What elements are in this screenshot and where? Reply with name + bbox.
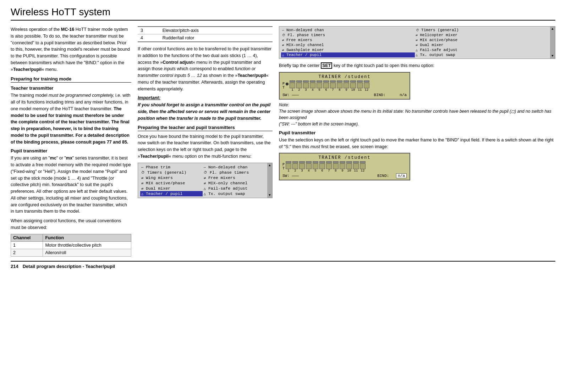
channel-bars-2: 1 2 3: [286, 161, 366, 173]
menu-cell: ⇄ Free mixers: [203, 175, 265, 180]
prep-text: Once you have bound the training model t…: [138, 133, 273, 160]
table-row: 2 Aileron/roll: [11, 249, 131, 256]
scroll-arrow-up[interactable]: ▲: [269, 164, 270, 167]
ch-bar-group: 8: [337, 80, 342, 92]
col-header-function: Function: [43, 234, 131, 241]
trainer-screen-1: TRAINER /student P T 1: [279, 72, 410, 100]
ch-num: 5: [318, 88, 320, 92]
ch-num: 12: [365, 88, 369, 92]
ch-bar-p: [292, 161, 298, 163]
ch-bar-t: [330, 83, 336, 88]
scrollbar: ▲ ▼: [267, 163, 272, 198]
trainer-screen-2: TRAINER /student P T 1: [279, 153, 410, 180]
ch-bar-p: [353, 161, 359, 163]
ch-bar-p: [357, 80, 363, 82]
ch-bar-group: 3: [303, 80, 309, 92]
table-row: 1 Motor throttle/collective pitch: [11, 241, 131, 249]
ch-bar-p: [299, 161, 305, 163]
menu-row: ⇄ Wing mixers ⇄ Free mixers: [140, 175, 265, 180]
channel-num: 1: [11, 241, 43, 249]
ch-bar-p: [330, 80, 336, 82]
row-num: 3: [138, 27, 160, 34]
ch-num: 11: [358, 88, 362, 92]
menu-cell: ⇄ MIX active/phase: [140, 180, 203, 186]
menu-right-table: ↔ Non-delayed chan ⏱ Timers (general) ⏱ …: [281, 28, 548, 57]
menu-table: ↔ Phase trim ↔ Non-delayed chan ⏱ Timers…: [140, 164, 265, 196]
ch-bar-p: [346, 161, 352, 163]
ch-bar-group: 1: [290, 80, 295, 92]
ch-num: 9: [341, 169, 343, 173]
footer-text: Detail program description - Teacher/pup…: [23, 264, 115, 269]
important-text: If you should forget to assign a transmi…: [138, 102, 273, 122]
ch-num: 2: [298, 88, 300, 92]
pt-labels-2: P T: [282, 161, 285, 170]
menu-cell: ⇄ Dual mixer: [140, 186, 203, 191]
ch-bar-p: [360, 161, 366, 163]
row-func: Rudder/tail rotor: [160, 34, 273, 42]
scroll-arrow-up-right[interactable]: ▲: [551, 27, 553, 31]
trainer-sw-row-1: SW: ——— BIND: n/a: [282, 93, 407, 97]
ch-bar-p: [306, 161, 312, 163]
ch-bar-t: [292, 163, 298, 169]
ch-bar-t: [303, 83, 309, 88]
menu-box-middle: ↔ Phase trim ↔ Non-delayed chan ⏱ Timers…: [138, 163, 273, 198]
ch-bar-p: [303, 80, 309, 82]
ch-bar-group: 10: [346, 161, 352, 173]
col-header-channel: Channel: [11, 234, 43, 241]
important-heading: Important:: [138, 95, 273, 100]
ch-num: 1: [287, 169, 289, 173]
ch-num: 8: [335, 169, 336, 173]
ch-num: 10: [347, 169, 351, 173]
menu-row: ↔ Phase trim ↔ Non-delayed chan: [140, 164, 265, 170]
ch-bar-t: [344, 83, 349, 88]
ch-num: 7: [332, 88, 334, 92]
ch-bar-group: 2: [292, 161, 298, 173]
ch-bar-group: 11: [357, 80, 363, 92]
ch-bar-group: 10: [350, 80, 356, 92]
ch-bar-group: 7: [326, 161, 332, 173]
ch-bar-t: [346, 163, 352, 169]
menu-cell: ⏱ Timers (general): [415, 28, 549, 33]
channel-bars-1: 1 2 3: [286, 80, 369, 92]
channel-func: Motor throttle/collective pitch: [43, 241, 131, 249]
ch-bar-t: [296, 83, 302, 88]
ch-num: 12: [361, 169, 365, 173]
menu-row: ⇄ MIX-only channel ⇄ Dual mixer: [281, 43, 548, 47]
ch-bar-t: [313, 163, 318, 169]
ch-bar-group: 4: [306, 161, 312, 173]
ch-bar-p: [313, 161, 318, 163]
ch-bar-t: [333, 163, 339, 169]
pupil2-heading: Pupil transmitter: [279, 130, 555, 135]
ch-bar-t: [337, 83, 342, 88]
scroll-arrow-down[interactable]: ▼: [269, 194, 270, 197]
channel-table: Channel Function 1 Motor throttle/collec…: [11, 234, 131, 257]
menu-cell: △ Fail-safe adjust: [415, 47, 549, 52]
table-row: 4 Rudder/tail rotor: [138, 34, 273, 42]
ch-bar-p: [286, 161, 291, 163]
p-label-2: P: [282, 163, 285, 167]
footer-page-num: 214: [11, 264, 18, 269]
bind-area-2: BIND: n/a: [377, 174, 407, 178]
ch-num: 8: [339, 88, 340, 92]
menu-cell: ↔ Phase trim: [140, 164, 203, 170]
ch-bar-group: 9: [344, 80, 349, 92]
ch-bar-group: 4: [310, 80, 315, 92]
ch-num: 6: [325, 88, 327, 92]
row-func: Elevator/pitch-axis: [160, 27, 273, 34]
trainer-channels-area-1: P T 1: [282, 80, 407, 92]
ch-bar-p: [319, 161, 325, 163]
menu-cell-highlighted: △ Teacher / pupil: [140, 191, 203, 196]
menu-cell-highlighted: △ Teacher / pupil: [281, 52, 415, 57]
menu-cell: ⇄ MIX-only channel: [281, 43, 415, 47]
ch-bar-group: 5: [313, 161, 318, 173]
ch-bar-t: [290, 83, 295, 88]
prep-heading: Preparing the teacher and pupil transmit…: [138, 125, 273, 131]
menu-cell: ⏱ Timers (general): [140, 170, 203, 175]
pupil2-text: Use the selection keys on the left or ri…: [279, 137, 555, 150]
menu-box-content: ↔ Phase trim ↔ Non-delayed chan ⏱ Timers…: [138, 163, 267, 198]
pupil-text: If you are using an "mc" or "mx" series …: [11, 155, 131, 215]
scroll-arrow-down-right[interactable]: ▼: [551, 54, 553, 58]
ch-bar-group: 8: [333, 161, 339, 173]
ch-num: 1: [291, 88, 293, 92]
trainer-sw-row-2: SW: ——— BIND: n/a: [282, 174, 407, 178]
